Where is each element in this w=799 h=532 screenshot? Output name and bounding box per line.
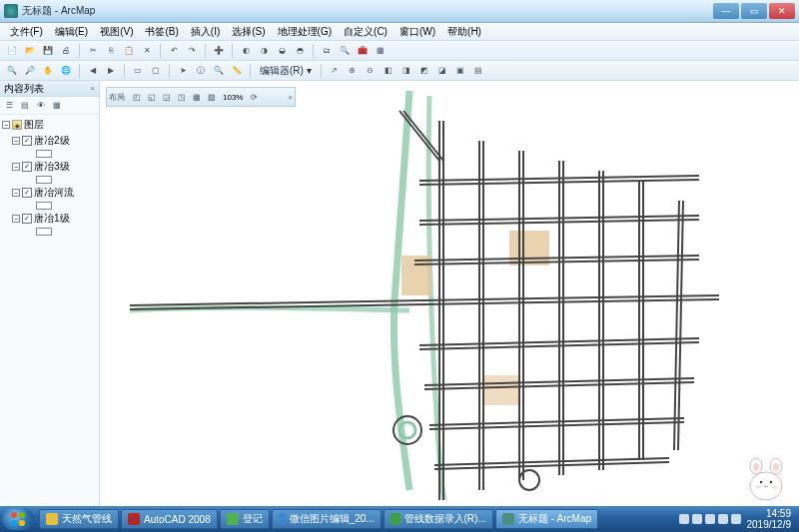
zoom-out-button[interactable]: 🔎	[22, 63, 38, 79]
delete-button[interactable]: ✕	[139, 43, 155, 59]
desktop-mascot[interactable]	[741, 454, 791, 504]
pan-button[interactable]: ✋	[40, 63, 56, 79]
taskbar-item[interactable]: 微信图片编辑_20...	[272, 509, 382, 529]
edit-tool-7[interactable]: ◪	[434, 63, 450, 79]
edit-tool-9[interactable]: ▤	[470, 63, 486, 79]
edit-tool-4[interactable]: ◧	[381, 63, 397, 79]
zoom-prev-button[interactable]: ◀	[85, 63, 101, 79]
toc-close-icon[interactable]: ×	[90, 84, 95, 93]
cut-button[interactable]: ✂	[85, 43, 101, 59]
edit-tool-1[interactable]: ↗	[327, 63, 343, 79]
zoom-in-button[interactable]: 🔍	[4, 63, 20, 79]
edit-tool-6[interactable]: ◩	[416, 63, 432, 79]
copy-button[interactable]: ⎘	[103, 43, 119, 59]
layer-checkbox[interactable]: ✓	[22, 188, 32, 198]
expander-icon[interactable]: −	[12, 189, 20, 197]
tool-b[interactable]: ◑	[256, 43, 272, 59]
layer-item[interactable]: − ✓ 唐冶3级	[2, 159, 97, 175]
layer-item[interactable]: − ✓ 唐冶河流	[2, 185, 97, 201]
tray-icon[interactable]	[705, 514, 715, 524]
menu-view[interactable]: 视图(V)	[94, 23, 139, 41]
toc-list-by-visibility[interactable]: 👁	[34, 99, 48, 113]
menu-file[interactable]: 文件(F)	[4, 23, 49, 41]
measure-button[interactable]: 📏	[229, 63, 245, 79]
layout-close-icon[interactable]: ×	[288, 93, 293, 102]
toc-header: 内容列表 ×	[0, 81, 99, 97]
maximize-button[interactable]: ▭	[741, 3, 767, 19]
tray-volume-icon[interactable]	[731, 514, 741, 524]
zoom-next-button[interactable]: ▶	[103, 63, 119, 79]
toolbox-button[interactable]: 🧰	[355, 43, 371, 59]
layout-btn-1[interactable]: ◰	[130, 90, 144, 104]
print-button[interactable]: 🖨	[58, 43, 74, 59]
toc-list-by-drawing[interactable]: ☰	[2, 99, 16, 113]
tool-d[interactable]: ◓	[292, 43, 308, 59]
add-data-button[interactable]: ➕	[211, 43, 227, 59]
menu-windows[interactable]: 窗口(W)	[394, 23, 441, 41]
taskbar-item[interactable]: 登记	[220, 509, 270, 529]
tray-icon[interactable]	[692, 514, 702, 524]
taskbar-item[interactable]: 无标题 - ArcMap	[495, 509, 598, 529]
editor-dropdown[interactable]: 编辑器(R) ▾	[256, 64, 316, 78]
save-button[interactable]: 💾	[40, 43, 56, 59]
layout-btn-2[interactable]: ◱	[145, 90, 159, 104]
layer-item[interactable]: − ✓ 唐冶1级	[2, 211, 97, 227]
minimize-button[interactable]: —	[713, 3, 739, 19]
menu-insert[interactable]: 插入(I)	[185, 23, 226, 41]
layer-item[interactable]: − ✓ 唐冶2级	[2, 133, 97, 149]
expander-icon[interactable]: −	[12, 137, 20, 145]
menubar: 文件(F) 编辑(E) 视图(V) 书签(B) 插入(I) 选择(S) 地理处理…	[0, 23, 799, 41]
expander-icon[interactable]: −	[12, 215, 20, 223]
taskbar-item[interactable]: 天然气管线	[39, 509, 119, 529]
layout-btn-4[interactable]: ◳	[175, 90, 189, 104]
select-button[interactable]: ▭	[130, 63, 146, 79]
layer-checkbox[interactable]: ✓	[22, 214, 32, 224]
menu-selection[interactable]: 选择(S)	[226, 23, 271, 41]
identify-button[interactable]: ⓘ	[193, 63, 209, 79]
layout-btn-5[interactable]: ▦	[190, 90, 204, 104]
edit-tool-3[interactable]: ⊖	[363, 63, 379, 79]
map-canvas[interactable]: 布局 ◰ ◱ ◲ ◳ ▦ ▧ 103% ⟳ ×	[100, 81, 799, 512]
toc-list-by-selection[interactable]: ▦	[50, 99, 64, 113]
expander-icon[interactable]: −	[2, 121, 10, 129]
search-button[interactable]: 🔍	[337, 43, 353, 59]
close-button[interactable]: ✕	[769, 3, 795, 19]
paste-button[interactable]: 📋	[121, 43, 137, 59]
layout-btn-6[interactable]: ▧	[205, 90, 219, 104]
toc-list-by-source[interactable]: ▤	[18, 99, 32, 113]
layer-checkbox[interactable]: ✓	[22, 162, 32, 172]
new-button[interactable]: 📄	[4, 43, 20, 59]
menu-customize[interactable]: 自定义(C)	[338, 23, 394, 41]
app-icon	[4, 4, 18, 18]
tool-c[interactable]: ◒	[274, 43, 290, 59]
tray-network-icon[interactable]	[718, 514, 728, 524]
tool-a[interactable]: ◐	[238, 43, 254, 59]
menu-geoprocessing[interactable]: 地理处理(G)	[272, 23, 338, 41]
taskbar-item[interactable]: 管线数据录入(R)...	[384, 509, 493, 529]
tray-icon[interactable]	[679, 514, 689, 524]
edit-tool-5[interactable]: ◨	[399, 63, 414, 79]
undo-button[interactable]: ↶	[166, 43, 182, 59]
expander-icon[interactable]: −	[12, 163, 20, 171]
open-button[interactable]: 📂	[22, 43, 38, 59]
menu-bookmarks[interactable]: 书签(B)	[139, 23, 184, 41]
layout-refresh[interactable]: ⟳	[247, 90, 261, 104]
zoom-level[interactable]: 103%	[220, 93, 246, 102]
edit-tool-2[interactable]: ⊕	[345, 63, 361, 79]
layout-btn-3[interactable]: ◲	[160, 90, 174, 104]
catalog-button[interactable]: 🗂	[319, 43, 335, 59]
tree-root[interactable]: − ◈ 图层	[2, 117, 97, 133]
pointer-button[interactable]: ➤	[175, 63, 191, 79]
start-button[interactable]	[2, 508, 34, 530]
menu-edit[interactable]: 编辑(E)	[49, 23, 94, 41]
edit-tool-8[interactable]: ▣	[452, 63, 468, 79]
clock[interactable]: 14:59 2019/12/9	[747, 508, 792, 530]
menu-help[interactable]: 帮助(H)	[441, 23, 487, 41]
find-button[interactable]: 🔍	[211, 63, 227, 79]
layer-checkbox[interactable]: ✓	[22, 136, 32, 146]
full-extent-button[interactable]: 🌐	[58, 63, 74, 79]
redo-button[interactable]: ↷	[184, 43, 200, 59]
taskbar-item[interactable]: AutoCAD 2008	[121, 509, 218, 529]
python-button[interactable]: ▦	[373, 43, 389, 59]
clear-selection-button[interactable]: ▢	[148, 63, 164, 79]
